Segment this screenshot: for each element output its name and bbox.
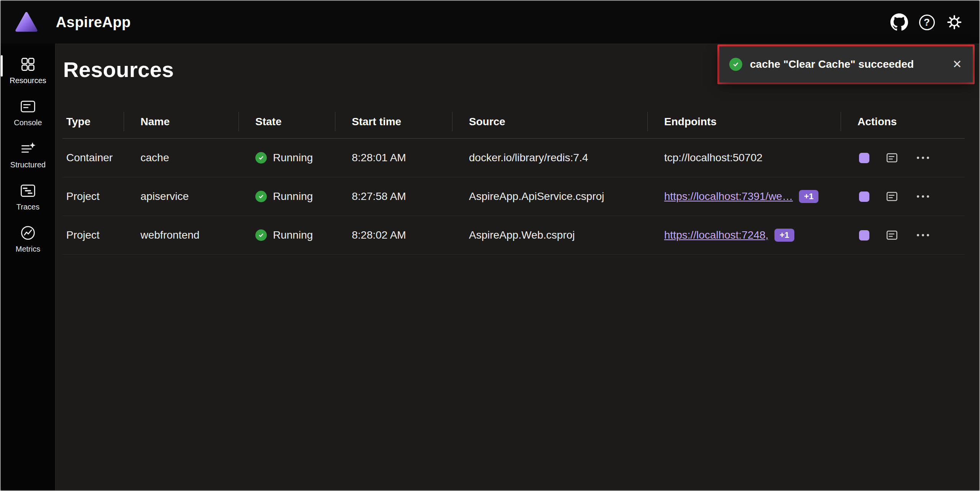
cell-source: AspireApp.ApiService.csproj <box>452 177 647 216</box>
cell-start-time: 8:28:02 AM <box>335 216 452 254</box>
github-icon <box>890 13 908 31</box>
sidebar-item-resources[interactable]: Resources <box>1 49 55 91</box>
stop-button[interactable] <box>859 230 869 241</box>
toast-close-button[interactable]: ✕ <box>950 57 964 72</box>
endpoint-overflow-badge: +1 <box>799 190 818 203</box>
sidebar-item-label: Structured <box>10 160 46 169</box>
column-header-type: Type <box>62 105 124 138</box>
column-header-actions: Actions <box>841 105 965 138</box>
cell-name: cache <box>124 139 238 177</box>
column-header-source: Source <box>452 105 647 138</box>
column-header-state: State <box>238 105 335 138</box>
column-header-start-time: Start time <box>335 105 452 138</box>
console-logs-icon <box>885 151 898 164</box>
settings-button[interactable] <box>942 10 966 34</box>
app-title: AspireApp <box>56 14 131 31</box>
resources-grid-icon <box>20 56 36 73</box>
console-logs-button[interactable] <box>885 229 898 242</box>
sidebar-item-traces[interactable]: Traces <box>1 175 55 218</box>
help-icon: ? <box>919 15 935 30</box>
cell-state: Running <box>238 216 335 254</box>
sidebar: Resources Console Struct <box>1 44 55 490</box>
endpoint-text: tcp://localhost:50702 <box>664 152 763 164</box>
sidebar-item-label: Resources <box>10 76 46 85</box>
cell-type: Project <box>62 216 124 254</box>
toast-message: cache "Clear Cache" succeeded <box>750 58 942 70</box>
ellipsis-icon <box>917 195 929 198</box>
state-label: Running <box>273 152 313 164</box>
table-header: Type Name State Start time Source Endpoi… <box>62 105 965 139</box>
stop-button[interactable] <box>859 191 869 202</box>
stop-button[interactable] <box>859 153 869 163</box>
endpoint-link[interactable]: https://localhost:7391/we… <box>664 190 793 203</box>
more-actions-button[interactable] <box>915 154 931 161</box>
endpoint-overflow-badge: +1 <box>774 229 794 242</box>
aspire-dashboard-window: AspireApp ? <box>0 0 980 491</box>
running-state-icon <box>255 191 267 202</box>
running-state-icon <box>255 229 267 241</box>
toast-notification: cache "Clear Cache" succeeded ✕ <box>719 46 973 82</box>
column-header-endpoints: Endpoints <box>647 105 841 138</box>
cell-start-time: 8:27:58 AM <box>335 177 452 216</box>
state-label: Running <box>273 190 313 203</box>
cell-actions <box>841 216 965 254</box>
help-button[interactable]: ? <box>915 10 939 34</box>
more-actions-button[interactable] <box>915 232 931 239</box>
endpoint-link[interactable]: https://localhost:7248, <box>664 229 768 241</box>
metrics-icon <box>20 224 36 241</box>
cell-name: apiservice <box>124 177 238 216</box>
sidebar-item-label: Traces <box>16 203 39 211</box>
ellipsis-icon <box>917 234 929 236</box>
sidebar-item-structured[interactable]: Structured <box>1 133 55 175</box>
cell-start-time: 8:28:01 AM <box>335 139 452 177</box>
ellipsis-icon <box>917 157 929 159</box>
top-bar: AspireApp ? <box>1 1 979 44</box>
console-logs-button[interactable] <box>885 151 898 164</box>
cell-endpoints: https://localhost:7248, +1 <box>647 216 841 254</box>
traces-icon <box>20 182 36 199</box>
github-button[interactable] <box>887 10 911 34</box>
success-check-icon <box>729 58 742 71</box>
cell-source: docker.io/library/redis:7.4 <box>452 139 647 177</box>
cell-actions <box>841 139 965 177</box>
cell-source: AspireApp.Web.csproj <box>452 216 647 254</box>
sidebar-item-console[interactable]: Console <box>1 91 55 133</box>
cell-endpoints: tcp://localhost:50702 <box>647 139 841 177</box>
cell-name: webfrontend <box>124 216 238 254</box>
gear-icon <box>945 13 964 31</box>
aspire-logo-icon <box>15 10 38 34</box>
sidebar-item-label: Metrics <box>16 245 40 254</box>
resources-table: Type Name State Start time Source Endpoi… <box>62 105 965 255</box>
cell-state: Running <box>238 139 335 177</box>
cell-state: Running <box>238 177 335 216</box>
table-row-apiservice: Project apiservice Running 8:27:58 AM As… <box>62 177 965 216</box>
console-icon <box>20 98 36 115</box>
sidebar-item-metrics[interactable]: Metrics <box>1 218 55 260</box>
table-row-cache: Container cache Running 8:28:01 AM docke… <box>62 139 965 177</box>
console-logs-button[interactable] <box>885 190 898 203</box>
structured-logs-icon <box>20 140 36 157</box>
cell-actions <box>841 177 965 216</box>
cell-endpoints: https://localhost:7391/we… +1 <box>647 177 841 216</box>
running-state-icon <box>255 152 267 164</box>
cell-type: Container <box>62 139 124 177</box>
sidebar-item-label: Console <box>14 118 42 127</box>
annotation-highlight: cache "Clear Cache" succeeded ✕ <box>717 44 975 84</box>
main-content: Resources Type Name State Start time Sou… <box>55 44 979 490</box>
more-actions-button[interactable] <box>915 193 931 200</box>
cell-type: Project <box>62 177 124 216</box>
console-logs-icon <box>885 229 898 242</box>
close-icon: ✕ <box>952 58 962 70</box>
console-logs-icon <box>885 190 898 203</box>
table-row-webfrontend: Project webfrontend Running 8:28:02 AM A… <box>62 216 965 255</box>
column-header-name: Name <box>124 105 238 138</box>
state-label: Running <box>273 229 313 241</box>
